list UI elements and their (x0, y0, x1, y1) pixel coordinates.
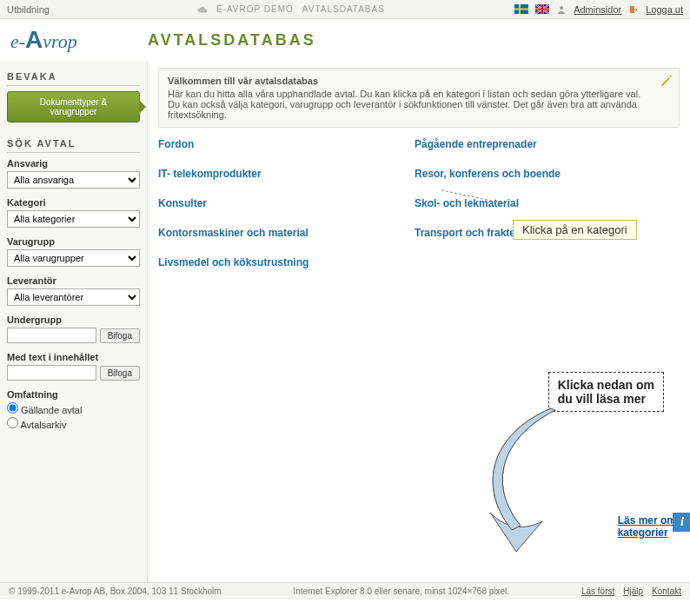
user-icon (556, 4, 567, 15)
breadcrumb-1: E-AVROP DEMO (216, 4, 294, 15)
top-strip: Utbildning E-AVROP DEMO AVTALSDATABAS Ad… (0, 0, 690, 19)
fritext-input[interactable] (7, 365, 96, 381)
svg-rect-7 (535, 9, 549, 10)
page-title: AVTALSDATABAS (148, 31, 316, 50)
leverantor-select[interactable]: Alla leverantörer (7, 288, 140, 306)
info-icon[interactable]: i (673, 513, 690, 532)
readmore-line1: Läs mer om (618, 514, 676, 527)
edit-icon[interactable] (660, 74, 673, 88)
varugrupp-select[interactable]: Alla varugrupper (7, 249, 140, 267)
category-link[interactable]: Resor, konferens och boende (415, 168, 645, 180)
sidebar: BEVAKA Dokumenttyper & varugrupper SÖK A… (0, 61, 148, 582)
logo-post: vrop (43, 30, 77, 52)
fritext-attach-button[interactable]: Bifoga (100, 366, 140, 381)
undergrupp-label: Undergrupp (7, 315, 140, 325)
category-link[interactable]: Kontorsmaskiner och material (158, 227, 388, 239)
welcome-body: Här kan du hitta alla våra upphandlade a… (168, 89, 640, 120)
flag-se-icon[interactable] (514, 4, 528, 14)
kategori-select[interactable]: Alla kategorier (7, 210, 140, 228)
category-grid: Fordon Pågående entreprenader IT- teleko… (158, 138, 645, 268)
svg-point-8 (560, 6, 563, 10)
flag-uk-icon[interactable] (535, 4, 549, 14)
section-sok: SÖK AVTAL (7, 133, 140, 153)
footer-copyright: © 1999-2011 e-Avrop AB, Box 2004, 103 11… (9, 586, 222, 596)
readmore-line2: kategorier (618, 527, 668, 539)
omfattning-label: Omfattning (7, 389, 140, 400)
docs-btn-line1: Dokumenttyper & (40, 97, 107, 107)
docs-btn-line2: varugrupper (50, 107, 97, 116)
logout-icon (628, 4, 639, 15)
header: e-Avrop AVTALSDATABAS (0, 19, 690, 61)
category-link[interactable]: Pågående entreprenader (415, 138, 645, 150)
footer-browser-req: Internet Explorer 8.0 eller senare, mins… (293, 586, 509, 596)
category-link[interactable]: Fordon (158, 138, 388, 150)
cloud-icon (197, 4, 208, 15)
footer-lasforst-link[interactable]: Läs först (581, 586, 614, 596)
adminsidor-link[interactable]: Adminsidor (574, 4, 621, 15)
footer: © 1999-2011 e-Avrop AB, Box 2004, 103 11… (0, 582, 690, 599)
section-bevaka: BEVAKA (7, 66, 140, 86)
kategori-label: Kategori (7, 197, 140, 208)
ansvarig-select[interactable]: Alla ansvariga (7, 171, 140, 189)
breadcrumb: E-AVROP DEMO AVTALSDATABAS (197, 4, 385, 15)
svg-rect-2 (514, 9, 528, 10)
logo: e-Avrop (0, 26, 148, 54)
svg-rect-9 (630, 6, 634, 13)
footer-kontakt-link[interactable]: Kontakt (652, 586, 681, 596)
radio-arkiv[interactable]: Avtalsarkiv (7, 417, 140, 430)
callout2-line1: Klicka nedan om (558, 378, 654, 392)
curved-arrow-icon (473, 400, 594, 556)
read-more-link[interactable]: Läs mer om kategorier (618, 514, 676, 539)
breadcrumb-2: AVTALSDATABAS (302, 4, 385, 15)
main-content: Välkommen till vår avtalsdatabas Här kan… (148, 61, 690, 582)
fritext-label: Med text i innehållet (7, 352, 140, 362)
ansvarig-label: Ansvarig (7, 158, 140, 169)
radio1-label: Gällande avtal (21, 405, 82, 415)
welcome-title: Välkommen till vår avtalsdatabas (168, 76, 653, 86)
logo-mid: A (25, 26, 43, 53)
callout-click-category: Klicka på en kategori (513, 220, 637, 240)
logo-pre: e- (10, 30, 25, 52)
category-link[interactable]: Konsulter (158, 197, 388, 209)
footer-hjalp-link[interactable]: Hjälp (623, 586, 643, 596)
category-link[interactable]: IT- telekomprodukter (158, 168, 388, 180)
radio-gallande[interactable]: Gällande avtal (7, 402, 140, 415)
logout-link[interactable]: Logga ut (646, 4, 683, 15)
category-link[interactable]: Livsmedel och köksutrustning (158, 256, 388, 268)
undergrupp-attach-button[interactable]: Bifoga (100, 328, 140, 343)
undergrupp-input[interactable] (7, 328, 96, 343)
welcome-box: Välkommen till vår avtalsdatabas Här kan… (158, 68, 680, 128)
radio2-label: Avtalsarkiv (20, 420, 66, 430)
docs-and-groups-button[interactable]: Dokumenttyper & varugrupper (7, 91, 140, 123)
varugrupp-label: Varugrupp (7, 236, 140, 247)
leverantor-label: Leverantör (7, 275, 140, 286)
top-left-text: Utbildning (7, 4, 50, 15)
